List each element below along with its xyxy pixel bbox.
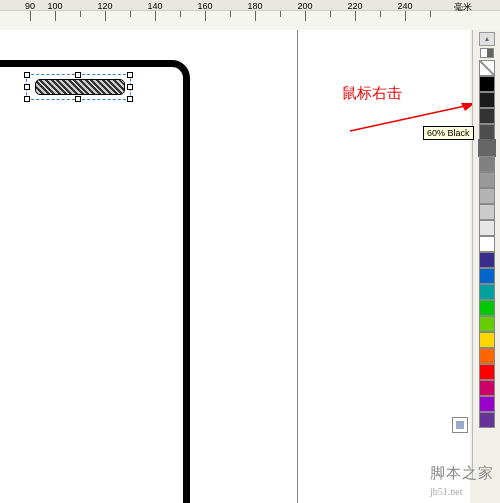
color-swatch-pink[interactable]: [479, 380, 495, 396]
color-swatch-20-black[interactable]: [479, 204, 495, 220]
ruler-tick: [355, 11, 356, 21]
ruler-label: 160: [197, 1, 212, 11]
color-swatch-lime[interactable]: [479, 316, 495, 332]
selection-handle[interactable]: [127, 96, 133, 102]
selection-handle[interactable]: [75, 96, 81, 102]
ruler-label: 90: [25, 1, 35, 11]
phone-outline-shape[interactable]: [0, 60, 190, 503]
selection-handle[interactable]: [75, 72, 81, 78]
color-swatch-white[interactable]: [479, 236, 495, 252]
ruler-tick: [155, 11, 156, 21]
ruler-tick: [230, 11, 231, 17]
selection-handle[interactable]: [24, 84, 30, 90]
ruler-tick: [30, 11, 31, 21]
color-swatch-green[interactable]: [479, 300, 495, 316]
vertical-guide[interactable]: [297, 30, 298, 503]
color-swatch-70-black[interactable]: [479, 124, 495, 140]
selection-handle[interactable]: [127, 72, 133, 78]
color-swatch-40-black[interactable]: [479, 172, 495, 188]
ruler-label: 200: [297, 1, 312, 11]
ruler-tick: [405, 11, 406, 21]
color-tooltip: 60% Black: [423, 126, 474, 140]
ruler-tick: [180, 11, 181, 17]
color-swatch-yellow[interactable]: [479, 332, 495, 348]
color-swatch-red[interactable]: [479, 364, 495, 380]
ruler-unit-label: 毫米: [454, 1, 472, 14]
color-swatch-orange[interactable]: [479, 348, 495, 364]
fill-indicator-swatch: [456, 421, 464, 429]
ruler-tick: [280, 11, 281, 17]
selection-handle[interactable]: [24, 96, 30, 102]
color-swatch-purple[interactable]: [479, 396, 495, 412]
ruler-label: 140: [147, 1, 162, 11]
fill-indicator[interactable]: [452, 417, 468, 433]
selection-box: [26, 74, 131, 100]
selection-handle[interactable]: [24, 72, 30, 78]
ruler-tick: [330, 11, 331, 17]
ruler-tick: [55, 11, 56, 21]
color-swatch-50-black[interactable]: [479, 156, 495, 172]
ruler-tick: [80, 11, 81, 17]
color-swatch-10-black[interactable]: [479, 220, 495, 236]
palette-scroll-up[interactable]: ▴: [479, 32, 495, 46]
ruler-tick: [430, 11, 431, 17]
ruler-tick: [130, 11, 131, 17]
color-swatch-violet[interactable]: [479, 412, 495, 428]
ruler-tick: [105, 11, 106, 21]
watermark: 脚本之家 jb51.net: [430, 464, 494, 499]
color-swatch-80-black[interactable]: [479, 108, 495, 124]
color-swatch-90-black[interactable]: [479, 92, 495, 108]
ruler-label: 180: [247, 1, 262, 11]
color-swatch-black[interactable]: [479, 76, 495, 92]
color-swatch-navy[interactable]: [479, 252, 495, 268]
color-swatch-30-black[interactable]: [479, 188, 495, 204]
ruler-tick: [205, 11, 206, 21]
color-swatch-no-fill[interactable]: [479, 60, 495, 76]
ruler-label: 100: [47, 1, 62, 11]
color-palette-docker: ▴: [472, 30, 500, 480]
annotation-text: 鼠标右击: [342, 84, 402, 103]
watermark-en: jb51.net: [430, 486, 463, 497]
palette-toggle-icon[interactable]: [480, 48, 494, 58]
color-swatch-blue[interactable]: [479, 268, 495, 284]
ruler-tick: [380, 11, 381, 17]
ruler-label: 240: [397, 1, 412, 11]
watermark-cn: 脚本之家: [430, 465, 494, 481]
ruler-horizontal[interactable]: 90100120140160180200220240 毫米: [0, 0, 500, 30]
ruler-label: 220: [347, 1, 362, 11]
color-swatch-60-black[interactable]: [479, 140, 495, 156]
ruler-tick: [305, 11, 306, 21]
ruler-label: 120: [97, 1, 112, 11]
color-swatch-teal[interactable]: [479, 284, 495, 300]
ruler-tick: [255, 11, 256, 21]
selection-handle[interactable]: [127, 84, 133, 90]
